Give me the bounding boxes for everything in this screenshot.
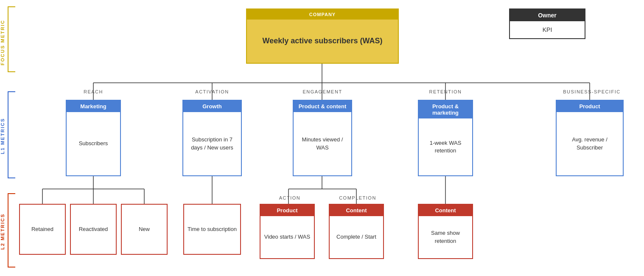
owner-body: KPI: [510, 21, 585, 38]
focus-label: FOCUS METRIC: [0, 8, 5, 76]
focus-node-body: Weekly active subscribers (WAS): [247, 20, 398, 63]
l2-time-to-sub-body: Time to subscription: [184, 205, 240, 254]
owner-box: Owner KPI: [509, 8, 585, 39]
l2-same-show-header: Content: [419, 205, 472, 216]
l2-complete-start: Content Complete / Start: [329, 204, 384, 259]
l1-product-content-body: Minutes viewed / WAS: [294, 112, 351, 175]
l1-product-biz: Product Avg. revenue / Subscriber: [556, 100, 624, 176]
l2-reactivated-body: Reactivated: [71, 205, 116, 254]
l1-label: L1 METRICS: [0, 93, 5, 178]
l1-product-content-header: Product & content: [294, 101, 351, 112]
cat-reach: REACH: [66, 89, 121, 94]
l1-marketing: Marketing Subscribers: [66, 100, 121, 176]
l1-marketing-header: Marketing: [67, 101, 120, 112]
cat-retention: RETENTION: [418, 89, 473, 94]
l2-reactivated: Reactivated: [70, 204, 117, 255]
cat-business: BUSINESS-SPECIFIC: [556, 89, 628, 94]
focus-node-header: COMPANY: [247, 9, 398, 20]
l2-same-show: Content Same show retention: [418, 204, 473, 259]
l2-retained: Retained: [19, 204, 66, 255]
l1-product-biz-header: Product: [557, 101, 623, 112]
l1-growth: Growth Subscription in 7 days / New user…: [182, 100, 242, 176]
l1-bracket: [8, 91, 15, 178]
l1-growth-header: Growth: [183, 101, 241, 112]
l1-growth-body: Subscription in 7 days / New users: [183, 112, 241, 175]
l2-video-starts-header: Product: [260, 205, 314, 216]
l1-product-biz-body: Avg. revenue / Subscriber: [557, 112, 623, 175]
l1-marketing-body: Subscribers: [67, 112, 120, 175]
l1-product-marketing-header: Product & marketing: [419, 101, 472, 118]
cat-activation: ACTIVATION: [182, 89, 242, 94]
l2-video-starts-body: Video starts / WAS: [260, 216, 314, 258]
l2-label: L2 METRICS: [0, 195, 5, 268]
sub-label-action: ACTION: [262, 195, 317, 200]
l1-product-content: Product & content Minutes viewed / WAS: [293, 100, 352, 176]
l2-video-starts: Product Video starts / WAS: [260, 204, 315, 259]
sub-label-completion: COMPLETION: [330, 195, 385, 200]
diagram-container: FOCUS METRIC L1 METRICS L2 METRICS COMPA…: [0, 0, 644, 276]
l2-new-body: New: [122, 205, 167, 254]
l2-time-to-sub: Time to subscription: [183, 204, 241, 255]
l2-bracket: [8, 193, 15, 268]
l2-new: New: [121, 204, 168, 255]
l2-complete-start-body: Complete / Start: [330, 216, 383, 258]
focus-node: COMPANY Weekly active subscribers (WAS): [246, 8, 399, 64]
l1-product-marketing: Product & marketing 1-week WAS retention: [418, 100, 473, 176]
cat-engagement: ENGAGEMENT: [293, 89, 352, 94]
focus-bracket: [8, 6, 15, 72]
l2-same-show-body: Same show retention: [419, 216, 472, 258]
l2-retained-body: Retained: [20, 205, 65, 254]
l2-complete-start-header: Content: [330, 205, 383, 216]
l1-product-marketing-body: 1-week WAS retention: [419, 118, 472, 175]
owner-header: Owner: [510, 9, 585, 21]
